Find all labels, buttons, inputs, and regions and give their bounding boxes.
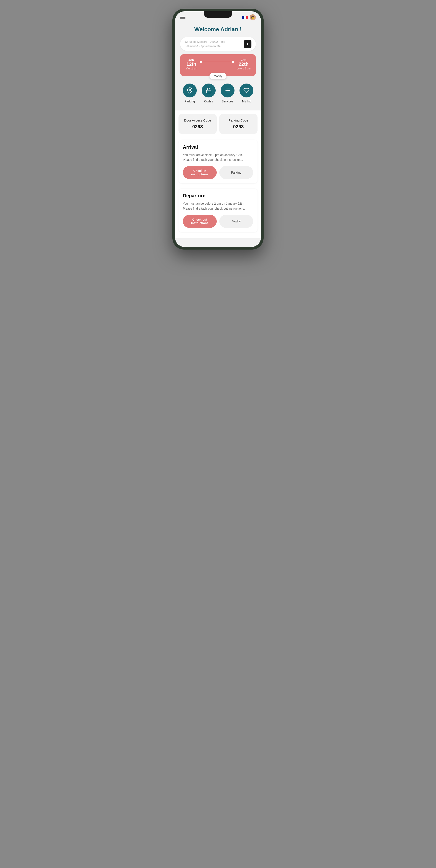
door-code-value: 0293 <box>182 124 213 129</box>
door-code-label: Door Access Code <box>182 118 213 123</box>
start-date: JAN 12th after 2 pm <box>185 58 197 70</box>
svg-rect-1 <box>206 90 211 93</box>
parking-code-value: 0293 <box>223 124 254 129</box>
flag-blue <box>242 16 243 19</box>
notch <box>204 11 232 18</box>
line-dot-right <box>232 61 234 63</box>
door-access-code-card: Door Access Code 0293 <box>178 114 217 134</box>
end-time: before 2 pm <box>237 67 251 70</box>
arrival-section: Arrival You must arrive since 2 pm on Ja… <box>178 140 258 184</box>
quick-icons: Parking Codes <box>180 82 256 105</box>
checkout-instructions-button[interactable]: Check-out instructions <box>183 215 217 228</box>
parking-circle <box>183 84 197 97</box>
header-section: Welcome Adrian ! 12 rue de Maestro - 049… <box>175 22 261 111</box>
address-bar[interactable]: 12 rue de Maestro - 04932 Paris Bâtiment… <box>180 37 256 51</box>
phone-frame: 🧑 Welcome Adrian ! 12 rue de Maestro - 0… <box>172 9 264 250</box>
mylist-circle <box>239 84 253 97</box>
quick-icon-services[interactable]: Services <box>221 84 234 103</box>
arrival-title: Arrival <box>183 144 253 150</box>
departure-title: Departure <box>183 193 253 198</box>
date-line <box>197 62 237 62</box>
status-line-1 <box>180 16 185 16</box>
codes-label: Codes <box>204 100 213 103</box>
line-dot-left <box>200 61 202 63</box>
address-line1: 12 rue de Maestro - 04932 Paris <box>184 40 225 44</box>
phone-screen: 🧑 Welcome Adrian ! 12 rue de Maestro - 0… <box>175 11 261 247</box>
end-day: 22th <box>237 61 251 67</box>
arrival-buttons: Check-in instructions Parking <box>183 166 253 179</box>
navigation-icon[interactable]: ➤ <box>243 40 252 48</box>
date-range-inner: JAN 12th after 2 pm JAN 22 <box>185 58 251 70</box>
quick-icon-parking[interactable]: Parking <box>183 84 197 103</box>
flag-white <box>244 16 246 19</box>
modify-date-button[interactable]: Modify <box>209 73 227 79</box>
services-circle <box>221 84 234 97</box>
parking-code-label: Parking Code <box>223 118 254 123</box>
avatar[interactable]: 🧑 <box>250 14 256 21</box>
checkin-instructions-button[interactable]: Check-in instructions <box>183 166 217 179</box>
arrival-text: You must arrive since 2 pm on January 12… <box>183 153 253 162</box>
status-right: 🧑 <box>242 14 256 21</box>
welcome-title: Welcome Adrian ! <box>180 26 256 33</box>
mylist-label: My list <box>242 100 251 103</box>
svg-point-0 <box>189 89 191 91</box>
date-range-bar: JAN 12th after 2 pm JAN 22 <box>180 54 256 76</box>
end-date: JAN 22th before 2 pm <box>237 58 251 70</box>
flag-red <box>246 16 248 19</box>
parking-label: Parking <box>184 100 195 103</box>
french-flag <box>242 16 248 19</box>
start-day: 12th <box>185 61 197 67</box>
departure-text: You must arrive before 2 pm on January 2… <box>183 201 253 211</box>
departure-modify-button[interactable]: Modify <box>219 215 253 228</box>
codes-circle <box>202 84 215 97</box>
start-month: JAN <box>185 58 197 61</box>
address-text: 12 rue de Maestro - 04932 Paris Bâtiment… <box>184 40 225 48</box>
parking-code-card: Parking Code 0293 <box>219 114 258 134</box>
departure-buttons: Check-out instructions Modify <box>183 215 253 228</box>
start-time: after 2 pm <box>185 67 197 70</box>
arrival-parking-button[interactable]: Parking <box>219 166 253 179</box>
departure-section: Departure You must arrive before 2 pm on… <box>178 189 258 232</box>
status-left <box>180 16 185 19</box>
code-cards: Door Access Code 0293 Parking Code 0293 <box>178 114 258 134</box>
line-track <box>200 62 234 62</box>
services-label: Services <box>222 100 233 103</box>
sections-wrapper: Door Access Code 0293 Parking Code 0293 … <box>175 111 261 238</box>
status-line-3 <box>180 19 185 19</box>
main-content: Welcome Adrian ! 12 rue de Maestro - 049… <box>175 22 261 247</box>
end-month: JAN <box>237 58 251 61</box>
address-line2: Bâtiment A - Appartement 34 <box>184 44 225 49</box>
quick-icon-codes[interactable]: Codes <box>202 84 215 103</box>
status-line-2 <box>180 17 185 18</box>
quick-icon-mylist[interactable]: My list <box>239 84 253 103</box>
